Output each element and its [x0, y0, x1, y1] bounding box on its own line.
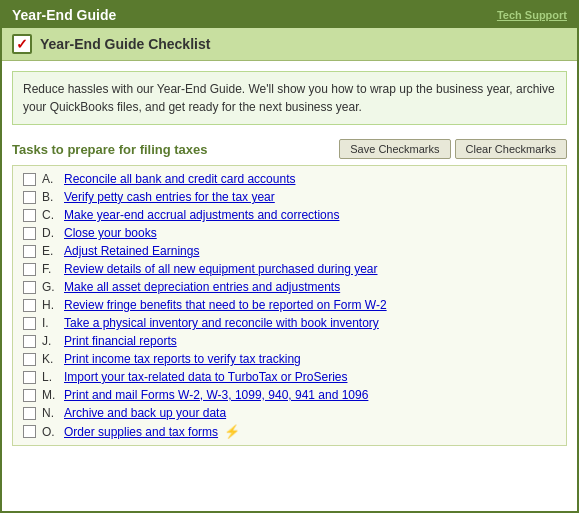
task-item: H.Review fringe benefits that need to be… [13, 296, 566, 314]
task-item: F.Review details of all new equipment pu… [13, 260, 566, 278]
tasks-header: Tasks to prepare for filing taxes Save C… [2, 133, 577, 165]
task-item: E.Adjust Retained Earnings [13, 242, 566, 260]
task-letter: I. [42, 316, 58, 330]
task-item: N.Archive and back up your data [13, 404, 566, 422]
button-group: Save Checkmarks Clear Checkmarks [339, 139, 567, 159]
task-checkbox[interactable] [23, 425, 36, 438]
task-checkbox[interactable] [23, 281, 36, 294]
year-end-guide-window: Year-End Guide Tech Support Year-End Gui… [0, 0, 579, 513]
task-link[interactable]: Print income tax reports to verify tax t… [64, 352, 301, 366]
task-item: G.Make all asset depreciation entries an… [13, 278, 566, 296]
task-checkbox[interactable] [23, 245, 36, 258]
task-link[interactable]: Import your tax-related data to TurboTax… [64, 370, 347, 384]
task-link[interactable]: Make all asset depreciation entries and … [64, 280, 340, 294]
task-letter: O. [42, 425, 58, 439]
task-letter: E. [42, 244, 58, 258]
lightning-icon: ⚡ [224, 424, 240, 439]
task-checkbox[interactable] [23, 353, 36, 366]
task-checkbox[interactable] [23, 227, 36, 240]
task-item: L.Import your tax-related data to TurboT… [13, 368, 566, 386]
description-text: Reduce hassles with our Year-End Guide. … [23, 82, 555, 114]
task-link[interactable]: Adjust Retained Earnings [64, 244, 199, 258]
task-letter: J. [42, 334, 58, 348]
task-checkbox[interactable] [23, 407, 36, 420]
task-link[interactable]: Reconcile all bank and credit card accou… [64, 172, 295, 186]
task-checkbox[interactable] [23, 335, 36, 348]
task-letter: C. [42, 208, 58, 222]
task-letter: M. [42, 388, 58, 402]
task-checkbox[interactable] [23, 371, 36, 384]
task-letter: A. [42, 172, 58, 186]
task-link[interactable]: Make year-end accrual adjustments and co… [64, 208, 339, 222]
task-letter: F. [42, 262, 58, 276]
task-item: A.Reconcile all bank and credit card acc… [13, 170, 566, 188]
task-letter: L. [42, 370, 58, 384]
task-checkbox[interactable] [23, 191, 36, 204]
task-link[interactable]: Print and mail Forms W-2, W-3, 1099, 940… [64, 388, 368, 402]
task-letter: G. [42, 280, 58, 294]
tech-support-link[interactable]: Tech Support [497, 9, 567, 21]
clear-checkmarks-button[interactable]: Clear Checkmarks [455, 139, 567, 159]
task-item: I.Take a physical inventory and reconcil… [13, 314, 566, 332]
checklist-body: A.Reconcile all bank and credit card acc… [12, 165, 567, 446]
task-checkbox[interactable] [23, 299, 36, 312]
task-link[interactable]: Print financial reports [64, 334, 177, 348]
task-link[interactable]: Verify petty cash entries for the tax ye… [64, 190, 275, 204]
task-checkbox[interactable] [23, 389, 36, 402]
task-link[interactable]: Order supplies and tax forms [64, 425, 218, 439]
task-link[interactable]: Close your books [64, 226, 157, 240]
task-item: K.Print income tax reports to verify tax… [13, 350, 566, 368]
task-checkbox[interactable] [23, 263, 36, 276]
task-link[interactable]: Archive and back up your data [64, 406, 226, 420]
task-item: C.Make year-end accrual adjustments and … [13, 206, 566, 224]
task-link[interactable]: Review details of all new equipment purc… [64, 262, 378, 276]
task-checkbox[interactable] [23, 209, 36, 222]
task-item: M.Print and mail Forms W-2, W-3, 1099, 9… [13, 386, 566, 404]
task-letter: N. [42, 406, 58, 420]
task-link[interactable]: Review fringe benefits that need to be r… [64, 298, 387, 312]
title-bar: Year-End Guide Tech Support [2, 2, 577, 28]
checklist-header-title: Year-End Guide Checklist [40, 36, 210, 52]
task-letter: B. [42, 190, 58, 204]
task-letter: D. [42, 226, 58, 240]
task-letter: K. [42, 352, 58, 366]
description-box: Reduce hassles with our Year-End Guide. … [12, 71, 567, 125]
task-item: D.Close your books [13, 224, 566, 242]
window-title: Year-End Guide [12, 7, 116, 23]
task-item: J.Print financial reports [13, 332, 566, 350]
save-checkmarks-button[interactable]: Save Checkmarks [339, 139, 450, 159]
checklist-icon [12, 34, 32, 54]
tasks-section-title: Tasks to prepare for filing taxes [12, 142, 208, 157]
checklist-header: Year-End Guide Checklist [2, 28, 577, 61]
task-item: B.Verify petty cash entries for the tax … [13, 188, 566, 206]
task-letter: H. [42, 298, 58, 312]
task-link[interactable]: Take a physical inventory and reconcile … [64, 316, 379, 330]
task-item: O.Order supplies and tax forms⚡ [13, 422, 566, 441]
task-checkbox[interactable] [23, 317, 36, 330]
task-checkbox[interactable] [23, 173, 36, 186]
